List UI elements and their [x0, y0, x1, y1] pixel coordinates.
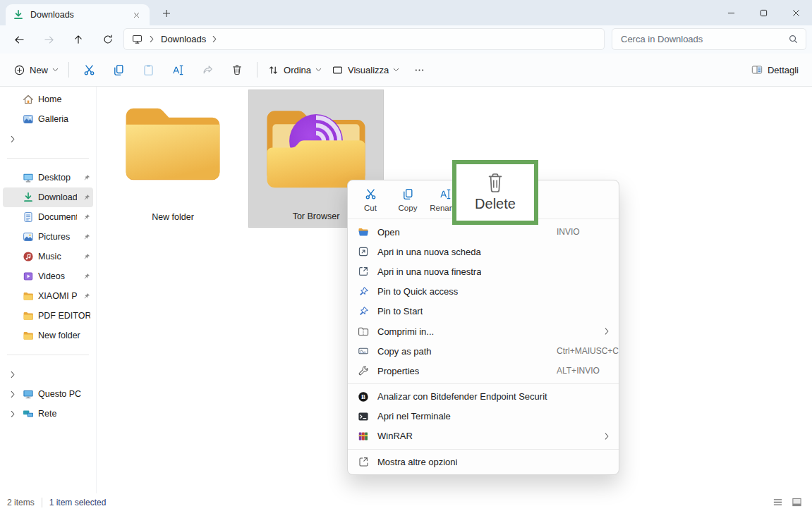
chevron-down-icon — [52, 68, 59, 72]
sidebar-expander[interactable] — [3, 129, 93, 149]
pin-icon — [83, 214, 90, 221]
address-bar[interactable]: Downloads — [123, 28, 605, 50]
new-button-label: New — [30, 65, 48, 75]
home-icon — [23, 94, 34, 105]
tab-downloads[interactable]: Downloads — [6, 4, 150, 25]
quick-copy-button[interactable]: Copy — [389, 183, 426, 216]
sidebar-expander[interactable] — [3, 364, 93, 384]
submenu-chevron-icon — [605, 328, 610, 335]
sidebar-item-label: Downloads — [38, 192, 77, 202]
sidebar-item-pictures[interactable]: Pictures — [3, 227, 93, 247]
chevron-down-icon — [315, 68, 322, 72]
sort-button[interactable]: Ordina — [262, 58, 327, 82]
delete-button[interactable] — [223, 58, 251, 82]
close-button[interactable] — [780, 0, 812, 25]
thumbnail-view-button[interactable] — [792, 497, 802, 507]
rename-button[interactable] — [164, 58, 192, 82]
bitdefender-icon: B — [358, 391, 369, 402]
sidebar-item-label: XIAOMI POCO F — [38, 291, 77, 301]
sidebar-item-downloads[interactable]: Downloads — [3, 187, 93, 207]
menu-item-open[interactable]: OpenINVIO — [348, 222, 619, 242]
sidebar-item-new-folder[interactable]: New folder — [3, 326, 93, 345]
sidebar-item-label: Documents — [38, 212, 77, 222]
menu-item-winrar[interactable]: WinRAR — [348, 426, 619, 446]
quick-cut-button[interactable]: Cut — [352, 183, 389, 216]
desktop-icon — [23, 172, 34, 183]
sidebar-item-videos[interactable]: Videos — [3, 266, 93, 286]
menu-item-apri-in-una-nuova-finestra[interactable]: Apri in una nuova finestra — [348, 261, 619, 281]
delete-action-highlight[interactable]: Delete — [452, 160, 538, 225]
folder-icon — [23, 310, 34, 321]
chevron-down-icon — [393, 68, 399, 72]
new-button[interactable]: New — [8, 58, 63, 82]
sidebar-item-desktop[interactable]: Desktop — [3, 168, 93, 187]
sidebar-item-pdf-editor[interactable]: PDF EDITOR — [3, 306, 93, 326]
toolbar-divider — [257, 62, 257, 78]
list-view-button[interactable] — [772, 497, 783, 507]
details-pane-button[interactable]: Dettagli — [746, 58, 804, 82]
toolbar-divider — [68, 62, 69, 78]
menu-item-analizar-con-bitdefender-endpoint-securit[interactable]: BAnalizar con Bitdefender Endpoint Secur… — [348, 387, 619, 407]
search-box[interactable] — [612, 28, 806, 50]
navigation-bar: Downloads — [0, 25, 812, 54]
sidebar-item-rete[interactable]: Rete — [3, 404, 93, 424]
selection-count: 1 item selected — [49, 498, 107, 507]
menu-divider — [348, 449, 619, 450]
sidebar-item-home[interactable]: Home — [3, 90, 93, 109]
menu-item-label: Pin to Start — [377, 306, 423, 316]
view-icon — [332, 64, 344, 76]
pictures-icon — [23, 231, 34, 242]
svg-text:B: B — [361, 393, 365, 400]
sidebar-item-music[interactable]: Music — [3, 247, 93, 266]
sidebar-item-questo-pc[interactable]: Questo PC — [3, 384, 93, 404]
refresh-button[interactable] — [93, 28, 123, 51]
sidebar-item-xiaomi-poco-f[interactable]: XIAOMI POCO F — [3, 286, 93, 306]
pin-icon — [83, 194, 90, 202]
menu-shortcut: INVIO — [557, 227, 580, 237]
menu-item-apri-in-una-nuova-scheda[interactable]: Apri in una nuova scheda — [348, 242, 619, 261]
menu-item-copy-as-path[interactable]: Copy as pathCtrl+MAIUSC+C — [348, 341, 619, 361]
menu-item-label: Apri in una nuova scheda — [377, 247, 481, 257]
terminal-icon — [358, 411, 369, 422]
tab-close-icon[interactable] — [130, 8, 143, 21]
new-tab-button[interactable] — [158, 5, 175, 22]
menu-item-label: Open — [377, 227, 400, 238]
menu-item-label: Analizar con Bitdefender Endpoint Securi… — [377, 391, 547, 402]
menu-divider — [348, 383, 619, 384]
menu-item-mostra-altre-opzioni[interactable]: Mostra altre opzioni — [348, 452, 619, 472]
view-button[interactable]: Visualizza — [327, 58, 404, 82]
sidebar-divider — [7, 355, 89, 355]
menu-item-apri-nel-terminale[interactable]: Apri nel Terminale — [348, 407, 619, 426]
menu-item-pin-to-start[interactable]: Pin to Start — [348, 302, 619, 321]
file-tile-new-folder[interactable]: New folder — [116, 90, 229, 228]
minimize-button[interactable] — [715, 0, 747, 25]
forward-button[interactable] — [34, 28, 63, 51]
sidebar-item-documents[interactable]: Documents — [3, 207, 93, 227]
breadcrumb-segment[interactable]: Downloads — [161, 34, 206, 44]
sidebar-item-label: Music — [38, 252, 77, 261]
sidebar-item-galleria[interactable]: Galleria — [3, 109, 93, 129]
cut-button[interactable] — [75, 58, 103, 82]
tab-bar: Downloads — [0, 0, 812, 25]
menu-item-properties[interactable]: PropertiesALT+INVIO — [348, 361, 619, 381]
copy-button[interactable] — [104, 58, 133, 82]
up-button[interactable] — [63, 28, 93, 51]
breadcrumb-chevron-icon — [150, 35, 154, 43]
more-options-button[interactable] — [405, 58, 433, 82]
item-count: 2 items — [7, 498, 35, 507]
menu-item-comprimi-in[interactable]: Comprimi in... — [348, 321, 619, 341]
share-button — [193, 58, 222, 82]
pin-icon — [83, 293, 90, 300]
trash-icon — [486, 173, 504, 194]
pin-icon — [358, 286, 369, 297]
search-icon — [788, 34, 799, 44]
menu-item-label: Comprimi in... — [377, 326, 434, 337]
rename-icon — [439, 187, 452, 201]
menu-item-label: Mostra altre opzioni — [377, 457, 457, 467]
back-button[interactable] — [4, 28, 34, 51]
menu-item-pin-to-quick-access[interactable]: Pin to Quick access — [348, 282, 619, 302]
sidebar-item-label: Videos — [38, 271, 77, 281]
search-input[interactable] — [619, 33, 782, 45]
sidebar-item-label: Rete — [38, 409, 90, 419]
maximize-button[interactable] — [747, 0, 780, 25]
